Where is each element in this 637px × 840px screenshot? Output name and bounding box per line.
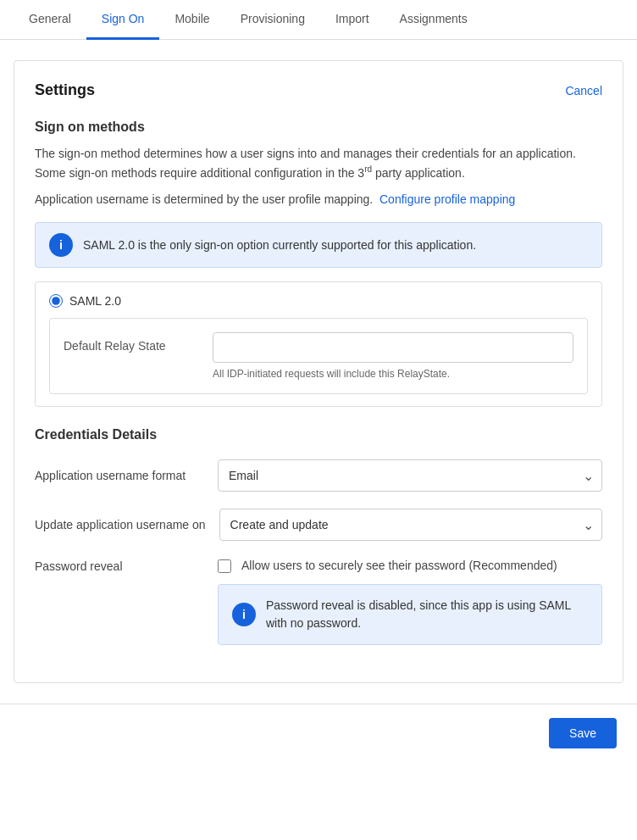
- relay-state-input-wrap: All IDP-initiated requests will include …: [213, 332, 573, 380]
- saml-info-banner: i SAML 2.0 is the only sign-on option cu…: [35, 222, 602, 268]
- configure-profile-mapping-link[interactable]: Configure profile mapping: [379, 192, 515, 206]
- password-reveal-checkbox-text: Allow users to securely see their passwo…: [241, 558, 557, 575]
- password-reveal-row: Password reveal Allow users to securely …: [35, 558, 602, 646]
- password-reveal-checkbox-row: Allow users to securely see their passwo…: [218, 558, 602, 575]
- relay-state-input[interactable]: [213, 332, 573, 363]
- password-info-banner: i Password reveal is disabled, since thi…: [218, 584, 602, 645]
- tab-mobile[interactable]: Mobile: [159, 0, 224, 40]
- saml-radio-text: SAML 2.0: [69, 294, 121, 308]
- nav-tabs: General Sign On Mobile Provisioning Impo…: [0, 0, 637, 40]
- sign-on-description: The sign-on method determines how a user…: [35, 145, 602, 182]
- settings-card: Settings Cancel Sign on methods The sign…: [14, 60, 623, 683]
- relay-state-label: Default Relay State: [64, 332, 199, 353]
- update-username-select-wrapper: Create and update Create only ⌄: [219, 509, 602, 541]
- sign-on-methods-title: Sign on methods: [35, 120, 602, 135]
- username-format-row: Application username format Email AD SAM…: [35, 459, 602, 492]
- info-icon: i: [49, 233, 73, 257]
- update-username-label: Update application username on: [35, 518, 206, 531]
- username-format-control: Email AD SAM Account Name Okta username …: [218, 459, 602, 492]
- credentials-title: Credentials Details: [35, 427, 602, 442]
- password-reveal-control: Allow users to securely see their passwo…: [218, 558, 602, 646]
- page-footer: Save: [0, 704, 637, 762]
- saml-info-text: SAML 2.0 is the only sign-on option curr…: [83, 238, 476, 252]
- username-format-label: Application username format: [35, 469, 204, 482]
- relay-state-row: Default Relay State All IDP-initiated re…: [64, 332, 573, 380]
- main-content: Settings Cancel Sign on methods The sign…: [0, 40, 637, 704]
- relay-state-hint: All IDP-initiated requests will include …: [213, 368, 573, 380]
- password-info-text: Password reveal is disabled, since this …: [266, 597, 588, 632]
- tab-general[interactable]: General: [14, 0, 86, 40]
- credentials-section: Credentials Details Application username…: [35, 427, 602, 646]
- settings-card-header: Settings Cancel: [35, 81, 602, 99]
- tab-provisioning[interactable]: Provisioning: [225, 0, 320, 40]
- save-button[interactable]: Save: [549, 718, 617, 748]
- profile-mapping-description: Application username is determined by th…: [35, 191, 602, 209]
- sign-on-methods-section: Sign on methods The sign-on method deter…: [35, 120, 602, 407]
- username-format-select-wrapper: Email AD SAM Account Name Okta username …: [218, 459, 602, 492]
- tab-assignments[interactable]: Assignments: [385, 0, 483, 40]
- relay-state-box: Default Relay State All IDP-initiated re…: [49, 318, 588, 394]
- password-reveal-checkbox[interactable]: [218, 559, 231, 573]
- cancel-button[interactable]: Cancel: [565, 84, 602, 97]
- settings-title: Settings: [35, 81, 95, 99]
- update-username-control: Create and update Create only ⌄: [219, 509, 602, 541]
- update-username-select[interactable]: Create and update Create only: [219, 509, 602, 541]
- username-format-select[interactable]: Email AD SAM Account Name Okta username …: [218, 459, 602, 492]
- saml-radio-label[interactable]: SAML 2.0: [49, 294, 588, 308]
- saml-radio-input[interactable]: [49, 294, 63, 308]
- update-username-row: Update application username on Create an…: [35, 509, 602, 541]
- password-reveal-label: Password reveal: [35, 558, 204, 573]
- tab-sign-on[interactable]: Sign On: [86, 0, 160, 40]
- tab-import[interactable]: Import: [320, 0, 385, 40]
- password-info-icon: i: [232, 603, 256, 626]
- saml-radio-box: SAML 2.0 Default Relay State All IDP-ini…: [35, 281, 602, 407]
